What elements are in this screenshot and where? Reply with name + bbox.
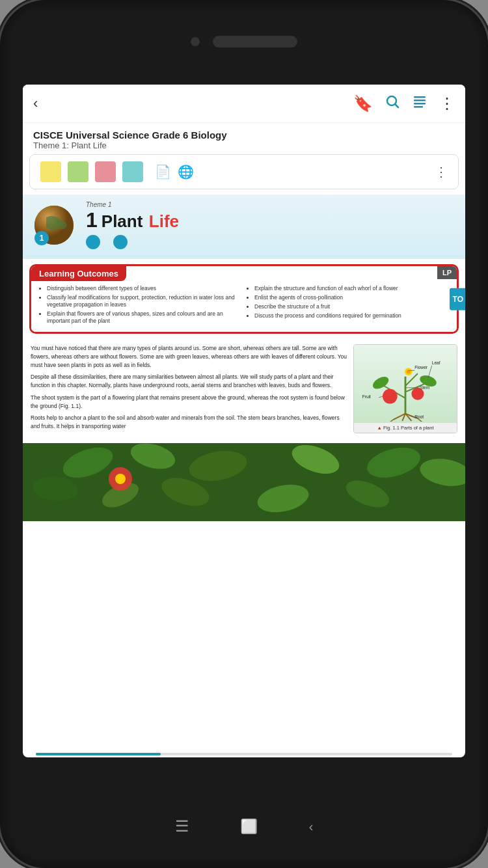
scrollbar-thumb xyxy=(36,753,161,755)
more-icon[interactable]: ⋮ xyxy=(439,94,455,113)
plant-diagram: Leaf Flower Fruit Stem Root xyxy=(353,344,457,433)
lo-left-column: Distinguish between different types of l… xyxy=(38,285,243,327)
phone-screen: ‹ 🔖 ⋮ xyxy=(23,85,465,757)
caption-triangle: ▲ xyxy=(377,425,381,431)
svg-line-13 xyxy=(387,420,393,422)
svg-line-1 xyxy=(396,105,399,108)
theme-label: Theme 1 xyxy=(86,201,455,208)
learning-outcomes-box: Learning Outcomes LP Distinguish between… xyxy=(29,264,459,334)
svg-rect-2 xyxy=(414,96,426,98)
main-text-section: Leaf Flower Fruit Stem Root xyxy=(23,339,465,440)
color-swatch-teal[interactable] xyxy=(122,161,143,182)
scroll-bar[interactable] xyxy=(36,753,452,755)
lo-item-4: Explain the structure and function of ea… xyxy=(254,285,450,292)
svg-text:Flower: Flower xyxy=(414,366,428,370)
notch-area xyxy=(191,36,297,47)
color-swatch-pink[interactable] xyxy=(95,161,116,182)
svg-rect-4 xyxy=(414,103,426,105)
chapter-title-life: Life xyxy=(149,211,179,231)
top-nav: ‹ 🔖 ⋮ xyxy=(23,85,465,123)
nav-icons: 🔖 ⋮ xyxy=(353,94,455,113)
chapter-number-circle: 1 xyxy=(34,231,49,245)
book-subtitle: Theme 1: Plant Life xyxy=(33,141,455,150)
garden-background xyxy=(23,443,465,521)
learning-outcomes-content: Distinguish between different types of l… xyxy=(31,281,457,332)
bottom-photo xyxy=(23,443,465,521)
search-icon[interactable] xyxy=(385,94,400,113)
svg-line-17 xyxy=(405,373,418,386)
camera-dot xyxy=(191,37,200,46)
caption-text: Fig. 1.1 Parts of a plant xyxy=(383,425,434,431)
phone-frame: ‹ 🔖 ⋮ xyxy=(0,0,488,868)
plant-diagram-box: Leaf Flower Fruit Stem Root xyxy=(353,344,457,433)
nav-home-icon[interactable]: ⬜ xyxy=(241,819,257,834)
list-icon[interactable] xyxy=(412,94,427,113)
nav-back-icon[interactable]: ‹ xyxy=(309,819,314,834)
nav-menu-icon[interactable]: ☰ xyxy=(175,817,189,835)
svg-text:Root: Root xyxy=(414,414,424,419)
lo-item-1: Distinguish between different types of l… xyxy=(47,285,243,292)
color-toolbar: 📄 🌐 ⋮ xyxy=(29,154,459,189)
svg-text:Leaf: Leaf xyxy=(432,360,441,365)
svg-text:Fruit: Fruit xyxy=(362,394,371,399)
chapter-title-row: 1 Plant Life xyxy=(86,210,455,232)
plant-diagram-caption: ▲ Fig. 1.1 Parts of a plant xyxy=(354,423,457,433)
lo-item-3: Explain that flowers are of various shap… xyxy=(47,310,243,325)
svg-point-20 xyxy=(383,389,398,404)
color-swatch-yellow[interactable] xyxy=(40,161,61,182)
color-swatch-green[interactable] xyxy=(68,161,88,182)
lo-right-list: Explain the structure and function of ea… xyxy=(245,285,450,319)
chapter-number: 1 xyxy=(86,210,98,230)
svg-point-18 xyxy=(371,374,391,391)
to-badge: TO xyxy=(450,288,465,310)
svg-line-25 xyxy=(428,366,432,378)
svg-rect-5 xyxy=(414,106,423,108)
blue-circle-1 xyxy=(86,235,100,249)
speaker-bar xyxy=(213,36,297,47)
plant-svg-container: Leaf Flower Fruit Stem Root xyxy=(354,345,457,423)
lo-left-list: Distinguish between different types of l… xyxy=(38,285,243,325)
chapter-globe: 1 xyxy=(33,204,75,247)
svg-rect-3 xyxy=(414,100,426,102)
svg-text:Stem: Stem xyxy=(420,385,430,390)
blue-circle-2 xyxy=(113,235,128,249)
lo-item-6: Describe the structure of a fruit xyxy=(254,303,450,310)
lo-badge: LP xyxy=(437,266,457,279)
learning-outcomes-section: Learning Outcomes LP Distinguish between… xyxy=(29,264,459,334)
lo-item-7: Discuss the process and conditions requi… xyxy=(254,312,450,319)
svg-point-54 xyxy=(115,474,126,484)
doc-toolbar-icon[interactable]: 📄 xyxy=(155,164,171,180)
chapter-header: 1 Theme 1 1 Plant Life xyxy=(23,195,465,259)
lo-right-column: Explain the structure and function of ea… xyxy=(245,285,450,327)
globe-toolbar-icon[interactable]: 🌐 xyxy=(178,164,194,180)
back-button[interactable]: ‹ xyxy=(33,95,38,112)
lo-item-2: Classify leaf modifications for support,… xyxy=(47,294,243,308)
lo-item-5: Enlist the agents of cross-pollination xyxy=(254,294,450,301)
chapter-title-text: Plant Life xyxy=(102,211,179,232)
bottom-nav: ☰ ⬜ ‹ xyxy=(175,817,314,835)
svg-line-29 xyxy=(379,396,383,398)
blue-circles xyxy=(86,235,455,249)
chapter-title-plant: Plant xyxy=(102,211,143,231)
bookmark-icon[interactable]: 🔖 xyxy=(353,94,373,113)
book-title-section: CISCE Universal Science Grade 6 Biology … xyxy=(23,123,465,154)
learning-outcomes-header: Learning Outcomes xyxy=(31,266,126,281)
chapter-title-area: Theme 1 1 Plant Life xyxy=(86,201,455,249)
more-toolbar-icon[interactable]: ⋮ xyxy=(435,164,448,180)
book-title: CISCE Universal Science Grade 6 Biology xyxy=(33,129,455,141)
